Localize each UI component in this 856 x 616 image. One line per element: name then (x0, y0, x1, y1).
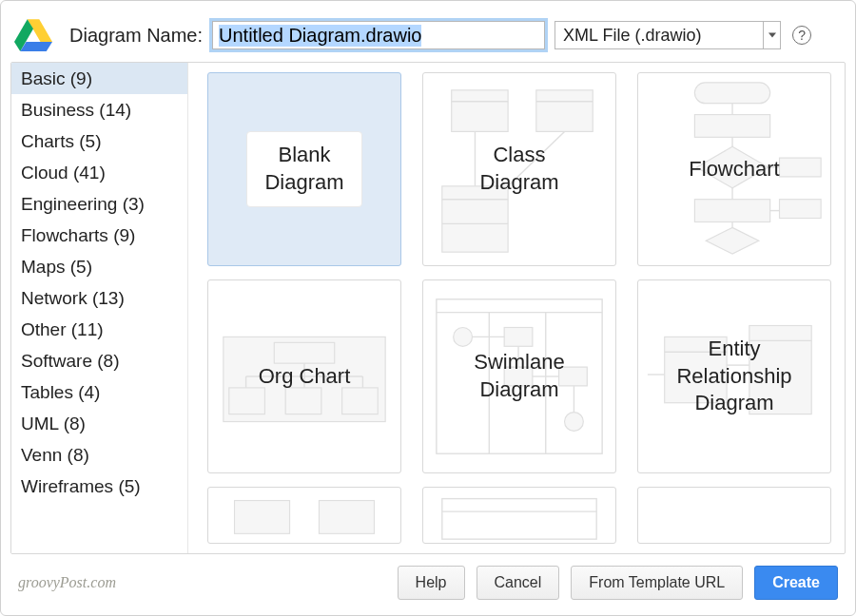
diagram-preview-icon (208, 488, 400, 543)
dialog-body: Basic (9) Business (14) Charts (5) Cloud… (10, 62, 846, 554)
template-tile-partial[interactable] (422, 487, 616, 544)
template-tile-label: Blank Diagram (246, 131, 361, 206)
template-panel: Blank Diagram (188, 63, 845, 553)
sidebar-item-cloud[interactable]: Cloud (41) (11, 157, 187, 188)
file-extension-select[interactable]: XML File (.drawio) (554, 21, 781, 49)
template-blank-diagram[interactable]: Blank Diagram (207, 72, 401, 266)
sidebar-item-label: Basic (9) (21, 68, 92, 88)
template-flowchart[interactable]: Flowchart (637, 72, 831, 266)
template-tile-partial[interactable] (207, 487, 401, 544)
chevron-down-icon (763, 22, 780, 48)
new-diagram-dialog: Diagram Name: XML File (.drawio) ? Basic… (0, 0, 856, 616)
sidebar-item-venn[interactable]: Venn (8) (11, 439, 187, 471)
create-button[interactable]: Create (754, 566, 838, 600)
diagram-name-label: Diagram Name: (69, 25, 203, 47)
sidebar-item-software[interactable]: Software (8) (11, 345, 187, 376)
sidebar-item-uml[interactable]: UML (8) (11, 408, 187, 439)
dialog-header: Diagram Name: XML File (.drawio) ? (1, 1, 855, 62)
diagram-preview-icon (423, 488, 615, 543)
sidebar-item-label: UML (8) (21, 414, 86, 433)
sidebar-item-label: Network (13) (21, 288, 125, 308)
from-template-url-button[interactable]: From Template URL (571, 566, 743, 600)
sidebar-item-basic[interactable]: Basic (9) (11, 63, 187, 94)
template-tile-label: Swimlane Diagram (464, 343, 574, 409)
template-org-chart[interactable]: Org Chart (207, 279, 401, 473)
sidebar-item-maps[interactable]: Maps (5) (11, 251, 187, 282)
template-tile-label: Entity Relationship Diagram (667, 330, 801, 423)
svg-rect-6 (536, 90, 593, 132)
sidebar-item-label: Other (11) (21, 319, 104, 339)
template-class-diagram[interactable]: Class Diagram (422, 72, 616, 266)
sidebar-item-label: Flowcharts (9) (21, 225, 135, 245)
svg-rect-13 (694, 83, 769, 104)
file-extension-selected: XML File (.drawio) (563, 26, 701, 46)
sidebar-item-label: Venn (8) (21, 445, 89, 465)
template-tile-label: Org Chart (249, 357, 360, 396)
svg-point-44 (565, 413, 584, 432)
sidebar-item-engineering[interactable]: Engineering (3) (11, 188, 187, 220)
template-tile-label: Flowchart (679, 150, 788, 189)
svg-rect-55 (235, 501, 290, 534)
sidebar-item-label: Engineering (3) (21, 194, 145, 214)
sidebar-item-network[interactable]: Network (13) (11, 282, 187, 314)
svg-rect-14 (694, 115, 769, 138)
help-button[interactable]: Help (398, 566, 465, 600)
svg-rect-56 (319, 501, 374, 534)
sidebar-item-business[interactable]: Business (14) (11, 94, 187, 125)
help-icon[interactable]: ? (792, 26, 811, 45)
svg-marker-2 (20, 42, 52, 51)
sidebar-item-tables[interactable]: Tables (4) (11, 376, 187, 408)
sidebar-item-other[interactable]: Other (11) (11, 314, 187, 345)
svg-rect-17 (694, 200, 769, 222)
template-tile-label: Class Diagram (470, 136, 568, 202)
template-entity-relationship[interactable]: Entity Relationship Diagram (637, 279, 831, 473)
sidebar-item-label: Charts (5) (21, 131, 101, 151)
sidebar-item-label: Software (8) (21, 351, 119, 371)
svg-rect-57 (442, 499, 596, 540)
svg-rect-4 (452, 90, 508, 132)
category-sidebar: Basic (9) Business (14) Charts (5) Cloud… (11, 63, 188, 553)
google-drive-icon (14, 18, 52, 52)
sidebar-item-charts[interactable]: Charts (5) (11, 125, 187, 157)
watermark-text: groovyPost.com (18, 574, 116, 591)
svg-rect-18 (780, 200, 822, 219)
sidebar-item-label: Wireframes (5) (21, 476, 141, 496)
template-tile-partial[interactable] (637, 487, 831, 544)
sidebar-item-label: Business (14) (21, 100, 131, 120)
sidebar-item-label: Maps (5) (21, 257, 92, 277)
template-swimlane-diagram[interactable]: Swimlane Diagram (422, 279, 616, 473)
sidebar-item-label: Tables (4) (21, 382, 100, 402)
sidebar-item-wireframes[interactable]: Wireframes (5) (11, 471, 187, 502)
cancel-button[interactable]: Cancel (477, 566, 560, 600)
svg-marker-19 (706, 227, 758, 254)
sidebar-item-flowcharts[interactable]: Flowcharts (9) (11, 220, 187, 251)
dialog-footer: groovyPost.com Help Cancel From Template… (1, 554, 855, 615)
sidebar-item-label: Cloud (41) (21, 163, 106, 183)
diagram-name-input[interactable] (212, 21, 545, 49)
svg-marker-3 (768, 33, 776, 38)
